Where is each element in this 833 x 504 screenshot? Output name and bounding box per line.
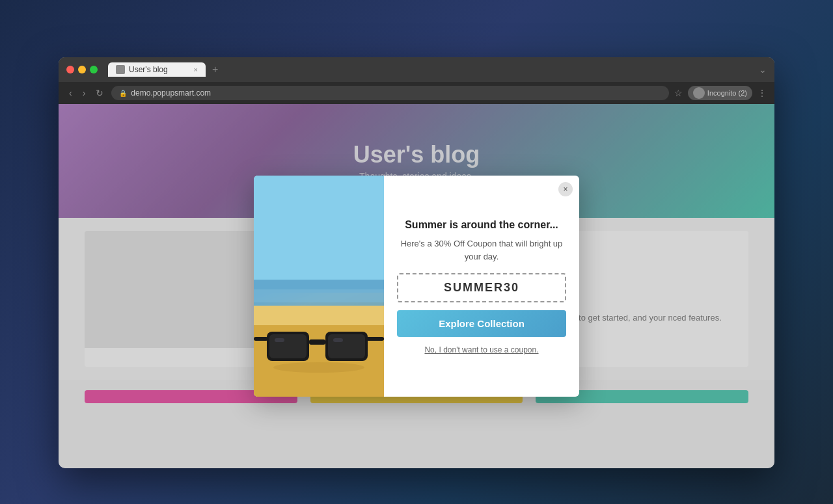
tab-title: User's blog bbox=[129, 65, 168, 74]
maximize-window-button[interactable] bbox=[90, 66, 98, 73]
tab-bar: User's blog × + bbox=[108, 62, 754, 77]
back-button[interactable]: ‹ bbox=[66, 86, 75, 99]
close-window-button[interactable] bbox=[66, 66, 74, 73]
browser-toolbar: ‹ › ↻ 🔒 demo.popupsmart.com ☆ Incognito … bbox=[59, 82, 774, 104]
popup-modal: × Summer is around the corner... Here's … bbox=[254, 176, 579, 397]
modal-content: × Summer is around the corner... Here's … bbox=[384, 176, 579, 397]
svg-rect-9 bbox=[309, 339, 325, 345]
svg-rect-4 bbox=[254, 306, 384, 325]
browser-window: User's blog × + ⌄ ‹ › ↻ 🔒 demo.popupsmar… bbox=[59, 57, 774, 468]
close-icon: × bbox=[563, 185, 567, 194]
svg-rect-0 bbox=[254, 176, 384, 293]
modal-subtext: Here's a 30% Off Coupon that will bright… bbox=[397, 237, 566, 263]
browser-menu-icon[interactable]: ⋮ bbox=[758, 88, 767, 98]
svg-rect-12 bbox=[275, 338, 284, 342]
browser-chrome: User's blog × + ⌄ ‹ › ↻ 🔒 demo.popupsmar… bbox=[59, 57, 774, 104]
svg-rect-13 bbox=[333, 338, 343, 342]
svg-rect-8 bbox=[328, 334, 365, 358]
active-tab[interactable]: User's blog × bbox=[108, 62, 206, 77]
svg-point-14 bbox=[273, 362, 364, 373]
explore-collection-button[interactable]: Explore Collection bbox=[397, 310, 566, 337]
minimize-window-button[interactable] bbox=[78, 66, 86, 73]
window-chevron-icon: ⌄ bbox=[759, 64, 767, 75]
toolbar-actions: ☆ Incognito (2) ⋮ bbox=[674, 86, 767, 100]
coupon-code-display: SUMMER30 bbox=[397, 273, 566, 302]
tab-close-button[interactable]: × bbox=[194, 66, 198, 73]
svg-rect-10 bbox=[254, 337, 268, 341]
incognito-avatar bbox=[693, 87, 705, 99]
modal-image bbox=[254, 176, 384, 397]
decline-link[interactable]: No, I don't want to use a coupon. bbox=[424, 345, 538, 356]
forward-button[interactable]: › bbox=[80, 86, 89, 99]
browser-content: User's blog Thoughts, stories and ideas.… bbox=[59, 104, 774, 468]
incognito-badge[interactable]: Incognito (2) bbox=[688, 86, 752, 100]
lock-icon: 🔒 bbox=[119, 90, 127, 97]
modal-heading: Summer is around the corner... bbox=[405, 219, 558, 231]
new-tab-button[interactable]: + bbox=[208, 62, 222, 77]
address-bar[interactable]: 🔒 demo.popupsmart.com bbox=[111, 86, 669, 100]
svg-rect-11 bbox=[366, 337, 384, 341]
beach-scene-svg bbox=[254, 176, 384, 397]
tab-favicon-icon bbox=[116, 65, 125, 74]
browser-titlebar: User's blog × + ⌄ bbox=[59, 57, 774, 82]
incognito-label: Incognito (2) bbox=[707, 89, 747, 97]
bookmark-icon[interactable]: ☆ bbox=[674, 88, 683, 98]
modal-overlay: × Summer is around the corner... Here's … bbox=[59, 104, 774, 468]
traffic-lights bbox=[66, 66, 98, 73]
address-text: demo.popupsmart.com bbox=[131, 88, 211, 98]
reload-button[interactable]: ↻ bbox=[93, 86, 106, 99]
svg-rect-6 bbox=[269, 334, 307, 358]
svg-rect-2 bbox=[254, 289, 384, 302]
modal-close-button[interactable]: × bbox=[558, 182, 573, 196]
